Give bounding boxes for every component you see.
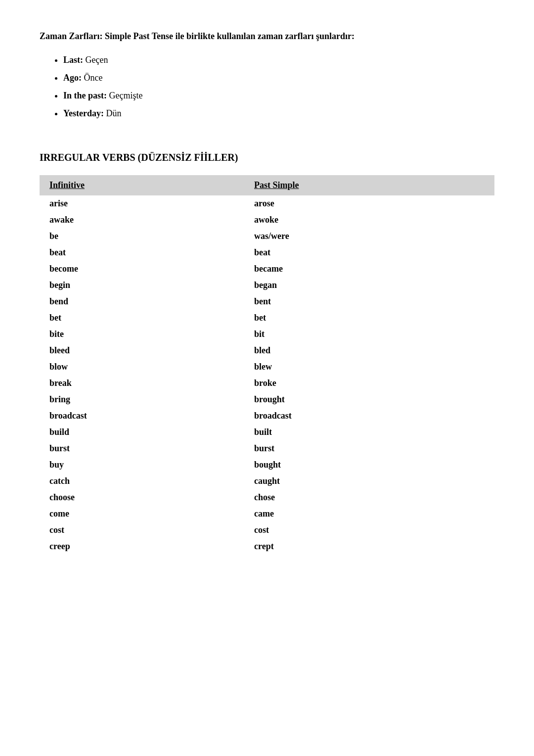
past-simple-cell: caught [244, 473, 494, 489]
past-simple-cell: bled [244, 342, 494, 359]
bullet-label: Yesterday: [63, 108, 104, 118]
infinitive-cell: bend [40, 293, 244, 310]
col-infinitive: Infinitive [40, 175, 244, 195]
bullet-item: Last: Geçen [63, 51, 494, 69]
bullet-item: In the past: Geçmişte [63, 87, 494, 104]
past-simple-cell: came [244, 506, 494, 522]
table-row: bitebit [40, 326, 494, 342]
infinitive-cell: build [40, 424, 244, 440]
infinitive-cell: bet [40, 310, 244, 326]
infinitive-cell: be [40, 228, 244, 244]
past-simple-cell: chose [244, 489, 494, 506]
infinitive-cell: bite [40, 326, 244, 342]
bullet-list: Last: GeçenAgo: ÖnceIn the past: Geçmişt… [40, 51, 494, 122]
table-row: choosechose [40, 489, 494, 506]
table-row: becomebecame [40, 261, 494, 277]
past-simple-cell: beat [244, 244, 494, 261]
table-row: breakbroke [40, 375, 494, 391]
infinitive-cell: choose [40, 489, 244, 506]
table-header-row: Infinitive Past Simple [40, 175, 494, 195]
infinitive-cell: creep [40, 538, 244, 555]
infinitive-cell: blow [40, 359, 244, 375]
table-row: burstburst [40, 440, 494, 457]
table-row: bringbrought [40, 391, 494, 408]
past-simple-cell: blew [244, 359, 494, 375]
infinitive-cell: awake [40, 212, 244, 228]
table-row: broadcastbroadcast [40, 408, 494, 424]
table-row: blowblew [40, 359, 494, 375]
table-row: bendbent [40, 293, 494, 310]
table-row: buybought [40, 457, 494, 473]
bullet-item: Yesterday: Dün [63, 104, 494, 122]
bullet-label: Ago: [63, 73, 82, 83]
table-row: beatbeat [40, 244, 494, 261]
infinitive-cell: begin [40, 277, 244, 293]
table-row: bewas/were [40, 228, 494, 244]
table-row: comecame [40, 506, 494, 522]
bullet-label: Last: [63, 55, 83, 65]
infinitive-cell: broadcast [40, 408, 244, 424]
irregular-title: IRREGULAR VERBS (DÜZENSİZ FİİLLER) [40, 152, 494, 163]
infinitive-cell: arise [40, 195, 244, 212]
infinitive-cell: bleed [40, 342, 244, 359]
infinitive-cell: cost [40, 522, 244, 538]
past-simple-cell: burst [244, 440, 494, 457]
table-row: creepcrept [40, 538, 494, 555]
past-simple-cell: awoke [244, 212, 494, 228]
past-simple-cell: crept [244, 538, 494, 555]
intro-title: Zaman Zarfları: Simple Past Tense ile bi… [40, 30, 494, 43]
table-row: costcost [40, 522, 494, 538]
table-row: awakeawoke [40, 212, 494, 228]
infinitive-cell: bring [40, 391, 244, 408]
infinitive-cell: break [40, 375, 244, 391]
intro-section: Zaman Zarfları: Simple Past Tense ile bi… [40, 30, 494, 122]
past-simple-cell: bet [244, 310, 494, 326]
infinitive-cell: burst [40, 440, 244, 457]
infinitive-cell: beat [40, 244, 244, 261]
table-row: bleedbled [40, 342, 494, 359]
infinitive-cell: catch [40, 473, 244, 489]
past-simple-cell: cost [244, 522, 494, 538]
past-simple-cell: broadcast [244, 408, 494, 424]
past-simple-cell: began [244, 277, 494, 293]
past-simple-cell: bent [244, 293, 494, 310]
verb-table: Infinitive Past Simple arisearoseawakeaw… [40, 175, 494, 555]
irregular-section: IRREGULAR VERBS (DÜZENSİZ FİİLLER) Infin… [40, 152, 494, 555]
table-row: arisearose [40, 195, 494, 212]
table-row: betbet [40, 310, 494, 326]
past-simple-cell: became [244, 261, 494, 277]
bullet-item: Ago: Önce [63, 69, 494, 87]
table-row: beginbegan [40, 277, 494, 293]
past-simple-cell: brought [244, 391, 494, 408]
past-simple-cell: arose [244, 195, 494, 212]
infinitive-cell: come [40, 506, 244, 522]
table-row: buildbuilt [40, 424, 494, 440]
past-simple-cell: was/were [244, 228, 494, 244]
past-simple-cell: bought [244, 457, 494, 473]
table-row: catchcaught [40, 473, 494, 489]
bullet-label: In the past: [63, 91, 107, 100]
infinitive-cell: buy [40, 457, 244, 473]
col-past-simple: Past Simple [244, 175, 494, 195]
past-simple-cell: bit [244, 326, 494, 342]
past-simple-cell: broke [244, 375, 494, 391]
past-simple-cell: built [244, 424, 494, 440]
infinitive-cell: become [40, 261, 244, 277]
